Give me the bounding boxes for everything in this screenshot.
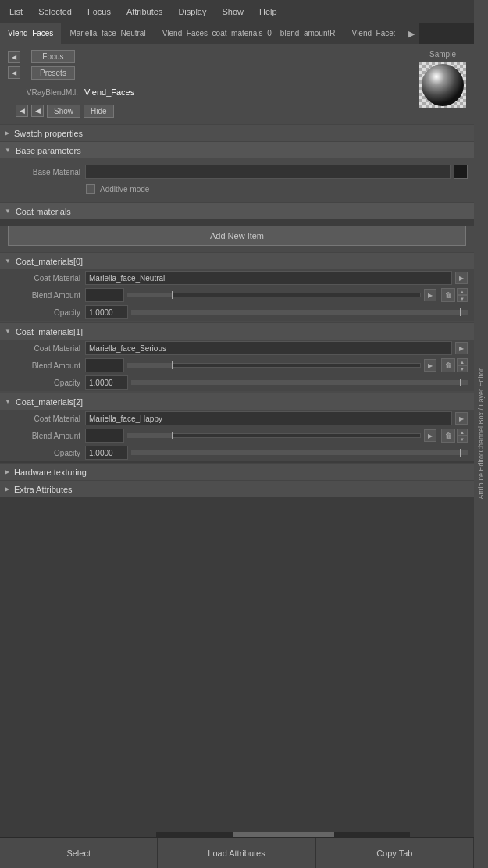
hardware-arrow-icon: ▶ [5, 468, 9, 475]
extra-attributes-title: Extra Attributes [14, 485, 73, 494]
coat-2-blend-input[interactable] [85, 429, 124, 443]
coat-body-2: Coat Material ▶ Blend Amount ▶ [0, 410, 474, 461]
tab-vlend-faces[interactable]: Vlend_Faces [0, 23, 62, 44]
coat-1-material-value: ▶ [85, 341, 468, 355]
base-material-swatch[interactable] [454, 165, 468, 179]
select-button[interactable]: Select [0, 838, 158, 868]
coat-2-opacity-label: Opacity [6, 449, 80, 457]
main-content: Vlend_Faces Mariella_face_Neutral Vlend_… [0, 23, 474, 837]
coat-2-blend-slider[interactable] [127, 433, 421, 438]
menu-help[interactable]: Help [256, 5, 280, 18]
coat-header-1[interactable]: ▼ Coat_materials[1] [0, 322, 474, 340]
base-parameters-header[interactable]: ▼ Base parameters [0, 141, 474, 158]
coat-2-blend-value: ▶ [85, 429, 436, 443]
header-arrow-up[interactable]: ◀ [8, 51, 20, 63]
show-button[interactable]: Show [47, 105, 80, 118]
base-arrow-icon: ▼ [5, 147, 11, 154]
coat-0-opacity-input[interactable] [85, 305, 128, 319]
coat-2-opacity-value [85, 446, 468, 460]
swatch-properties-header[interactable]: ▶ Swatch properties [0, 124, 474, 141]
menu-selected[interactable]: Selected [35, 5, 75, 18]
coat-2-material-label: Coat Material [6, 414, 80, 423]
material-row: ◀ ◀ Focus Presets [8, 50, 404, 80]
coat-0-blend-slider[interactable] [127, 293, 421, 297]
coat-1-delete-button[interactable]: 🗑 [441, 358, 455, 372]
coat-1-opacity-label: Opacity [6, 379, 80, 387]
coat-0-blend-label: Blend Amount [6, 291, 80, 300]
coat-2-material-input[interactable] [85, 411, 452, 425]
hide-button[interactable]: Hide [84, 105, 114, 118]
base-material-row: Base Material [0, 163, 474, 180]
additive-mode-checkbox[interactable] [86, 184, 95, 194]
coat-2-up-button[interactable]: ▲ [457, 429, 468, 436]
back-icon[interactable]: ◀ [31, 105, 44, 117]
sample-label: Sample [429, 50, 456, 59]
add-new-item-button[interactable]: Add New Item [8, 226, 466, 246]
coat-0-down-button[interactable]: ▼ [457, 295, 468, 302]
menu-focus[interactable]: Focus [84, 5, 114, 18]
channel-box-label: Channel Box / Layer Editor [474, 368, 488, 453]
tab-mariella-neutral[interactable]: Mariella_face_Neutral [62, 23, 154, 44]
coat-2-delete-button[interactable]: 🗑 [441, 429, 455, 443]
load-attributes-button[interactable]: Load Attributes [158, 838, 315, 868]
coat-2-opacity-row: Opacity [0, 444, 474, 461]
coat-1-blend-slider[interactable] [127, 363, 421, 368]
coat-1-opacity-row: Opacity [0, 374, 474, 391]
coat-materials-title: Coat materials [16, 207, 71, 216]
header-arrow-down[interactable]: ◀ [8, 66, 20, 79]
extra-attributes-header[interactable]: ▶ Extra Attributes [0, 480, 474, 497]
coat-2-opacity-input[interactable] [85, 446, 128, 460]
menu-attributes[interactable]: Attributes [123, 5, 166, 18]
show-icon[interactable]: ◀ [16, 105, 28, 117]
focus-button[interactable]: Focus [31, 50, 75, 63]
coat-0-opacity-slider[interactable] [131, 310, 468, 315]
coat-2-blend-nav[interactable]: ▶ [424, 429, 436, 442]
coat-1-up-button[interactable]: ▲ [457, 358, 468, 365]
hardware-texturing-header[interactable]: ▶ Hardware texturing [0, 463, 474, 480]
coat-section-1: ▼ Coat_materials[1] Coat Material ▶ Blen… [0, 322, 474, 391]
menu-show[interactable]: Show [219, 5, 247, 18]
coat-0-blend-input[interactable] [85, 288, 124, 302]
coat-0-blend-nav[interactable]: ▶ [424, 289, 436, 301]
coat-2-opacity-slider[interactable] [131, 450, 468, 455]
coat-2-nav-icon[interactable]: ▶ [455, 412, 468, 425]
coat-section-0: ▼ Coat_materials[0] Coat Material ▶ Blen… [0, 252, 474, 321]
coat-0-delete-button[interactable]: 🗑 [441, 288, 455, 302]
coat-0-material-label: Coat Material [6, 274, 80, 283]
coat-materials-header[interactable]: ▼ Coat materials [0, 202, 474, 219]
tabs-row: Vlend_Faces Mariella_face_Neutral Vlend_… [0, 23, 474, 44]
coat-0-material-input[interactable] [85, 271, 452, 285]
coat-1-blend-nav[interactable]: ▶ [424, 359, 436, 372]
coat-1-nav-icon[interactable]: ▶ [455, 342, 468, 354]
coat-0-title: Coat_materials[0] [16, 257, 83, 266]
coat-0-nav-icon[interactable]: ▶ [455, 272, 468, 284]
coat-header-0[interactable]: ▼ Coat_materials[0] [0, 252, 474, 269]
additive-mode-label: Additive mode [100, 185, 149, 194]
base-material-input[interactable] [85, 165, 451, 179]
tab-blend-amount[interactable]: Vlend_Faces_coat_materials_0__blend_amou… [155, 23, 344, 44]
coat-0-actions: 🗑 ▲ ▼ [441, 288, 468, 302]
coat-2-down-button[interactable]: ▼ [457, 436, 468, 443]
tab-scroll-arrow[interactable]: ▶ [404, 23, 419, 44]
menu-display[interactable]: Display [175, 5, 209, 18]
base-parameters-body: Base Material Additive mode [0, 158, 474, 202]
presets-button[interactable]: Presets [31, 66, 75, 80]
coat-0-opacity-row: Opacity [0, 304, 474, 321]
coat-2-arrow-icon: ▼ [5, 398, 11, 405]
tab-vlend-face-3[interactable]: Vlend_Face: [344, 23, 404, 44]
coat-0-up-button[interactable]: ▲ [457, 288, 468, 295]
coat-1-updown: ▲ ▼ [457, 358, 468, 372]
coat-0-arrow-icon: ▼ [5, 258, 11, 265]
menu-list[interactable]: List [6, 5, 26, 18]
coat-section-2: ▼ Coat_materials[2] Coat Material ▶ Blen… [0, 393, 474, 461]
coat-1-blend-value: ▶ [85, 358, 436, 372]
base-material-label: Base Material [6, 168, 80, 176]
coat-1-blend-row: Blend Amount ▶ 🗑 ▲ ▼ [0, 357, 474, 374]
coat-1-opacity-slider[interactable] [131, 380, 468, 385]
copy-tab-button[interactable]: Copy Tab [316, 838, 474, 868]
coat-header-2[interactable]: ▼ Coat_materials[2] [0, 393, 474, 410]
coat-1-opacity-input[interactable] [85, 375, 128, 390]
coat-1-material-input[interactable] [85, 341, 452, 355]
coat-1-down-button[interactable]: ▼ [457, 365, 468, 372]
coat-1-blend-input[interactable] [85, 358, 124, 372]
